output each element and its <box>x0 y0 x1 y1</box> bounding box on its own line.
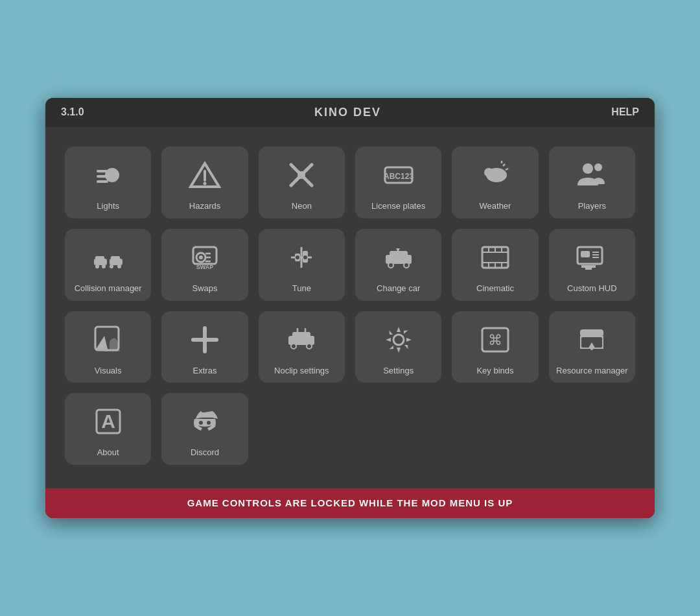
players-icon <box>571 154 612 196</box>
app-title: KINO DEV <box>314 106 381 119</box>
custom-hud-button[interactable]: Custom HUD <box>549 229 635 301</box>
tune-label: Tune <box>292 283 311 294</box>
help-button[interactable]: HELP <box>611 106 639 118</box>
noclip-settings-label: Noclip settings <box>274 366 329 377</box>
svg-point-42 <box>388 263 393 268</box>
svg-point-21 <box>95 265 99 268</box>
change-car-label: Change car <box>377 283 420 294</box>
svg-rect-2 <box>97 175 108 178</box>
players-button[interactable]: Players <box>549 147 635 219</box>
extras-button[interactable]: Extras <box>161 311 248 383</box>
custom-hud-label: Custom HUD <box>567 283 617 294</box>
cinematic-label: Cinematic <box>476 283 514 294</box>
svg-point-43 <box>404 263 409 268</box>
resource-manager-button[interactable]: Resource manager <box>549 311 635 383</box>
key-binds-icon: ⌘ <box>474 319 516 361</box>
extras-label: Extras <box>193 366 217 377</box>
svg-point-9 <box>298 171 305 179</box>
settings-icon <box>378 319 419 361</box>
svg-point-66 <box>307 344 312 349</box>
visuals-label: Visuals <box>95 366 122 377</box>
cinematic-icon <box>474 237 516 278</box>
svg-text:A: A <box>101 410 115 432</box>
svg-point-38 <box>296 255 299 259</box>
about-label: About <box>97 447 119 458</box>
lights-button[interactable]: Lights <box>65 147 151 219</box>
weather-label: Weather <box>480 201 511 212</box>
settings-label: Settings <box>383 366 414 377</box>
svg-point-74 <box>590 348 593 350</box>
collision-manager-label: Collision manager <box>75 283 142 294</box>
visuals-icon <box>88 319 129 361</box>
noclip-settings-icon <box>281 319 322 361</box>
swaps-icon: SWAP <box>184 237 226 278</box>
svg-point-65 <box>291 344 296 349</box>
svg-point-18 <box>594 163 602 171</box>
lights-label: Lights <box>97 201 119 212</box>
license-plates-label: License plates <box>371 201 425 212</box>
neon-button[interactable]: Neon <box>259 147 345 219</box>
hazards-icon <box>184 154 226 196</box>
svg-point-25 <box>110 265 113 268</box>
about-icon: A <box>88 401 129 442</box>
svg-line-15 <box>506 169 508 170</box>
license-plates-button[interactable]: ABC123 License plates <box>355 147 441 219</box>
players-label: Players <box>578 201 606 212</box>
svg-text:SWAP: SWAP <box>196 264 214 270</box>
visuals-button[interactable]: Visuals <box>65 311 151 383</box>
cinematic-button[interactable]: Cinematic <box>452 229 538 301</box>
titlebar: 3.1.0 KINO DEV HELP <box>45 98 655 127</box>
about-button[interactable]: A About <box>65 393 151 465</box>
hazards-label: Hazards <box>189 201 220 212</box>
hazards-button[interactable]: Hazards <box>161 147 248 219</box>
svg-point-77 <box>198 420 204 425</box>
svg-point-29 <box>199 255 203 259</box>
weather-button[interactable]: Weather <box>452 147 538 219</box>
svg-point-39 <box>303 255 307 259</box>
svg-text:⌘: ⌘ <box>488 332 502 348</box>
svg-rect-41 <box>390 251 408 257</box>
discord-button[interactable]: Discord <box>161 393 248 465</box>
svg-point-78 <box>206 420 211 425</box>
tune-icon <box>281 237 322 278</box>
svg-rect-3 <box>97 180 108 183</box>
svg-rect-20 <box>95 256 104 260</box>
content-area: Lights Hazards <box>45 127 655 489</box>
resource-manager-icon <box>571 319 612 361</box>
change-car-button[interactable]: Change car <box>355 229 441 301</box>
collision-manager-icon <box>88 237 129 278</box>
discord-label: Discord <box>191 447 219 458</box>
lights-icon <box>88 154 129 196</box>
extras-icon <box>184 319 226 361</box>
footer-text: GAME CONTROLS ARE LOCKED WHILE THE MOD M… <box>187 497 513 508</box>
row-2: Collision manager SWAP Swaps <box>65 229 635 301</box>
version-label: 3.1.0 <box>61 106 84 118</box>
footer-bar: GAME CONTROLS ARE LOCKED WHILE THE MOD M… <box>45 488 655 518</box>
key-binds-label: Key binds <box>476 366 513 377</box>
resource-manager-label: Resource manager <box>556 366 628 377</box>
license-plates-icon: ABC123 <box>378 154 419 196</box>
main-window: 3.1.0 KINO DEV HELP Lights <box>45 98 655 519</box>
svg-point-22 <box>102 265 106 268</box>
svg-rect-56 <box>581 251 590 257</box>
discord-icon <box>184 401 226 442</box>
swaps-label: Swaps <box>192 283 217 294</box>
swaps-button[interactable]: SWAP Swaps <box>161 229 248 301</box>
svg-point-13 <box>486 168 507 182</box>
row-3: Visuals Extras <box>65 311 635 383</box>
svg-rect-54 <box>581 265 596 268</box>
settings-button[interactable]: Settings <box>355 311 441 383</box>
svg-point-26 <box>117 265 121 268</box>
weather-icon <box>474 154 516 196</box>
neon-label: Neon <box>292 201 312 212</box>
noclip-settings-button[interactable]: Noclip settings <box>259 311 345 383</box>
svg-point-6 <box>203 182 206 185</box>
key-binds-button[interactable]: ⌘ Key binds <box>452 311 538 383</box>
svg-rect-1 <box>97 170 108 172</box>
collision-manager-button[interactable]: Collision manager <box>65 229 151 301</box>
svg-rect-64 <box>292 332 310 338</box>
svg-rect-24 <box>111 256 120 260</box>
tune-button[interactable]: Tune <box>259 229 345 301</box>
svg-rect-55 <box>585 268 592 270</box>
neon-icon <box>281 154 322 196</box>
